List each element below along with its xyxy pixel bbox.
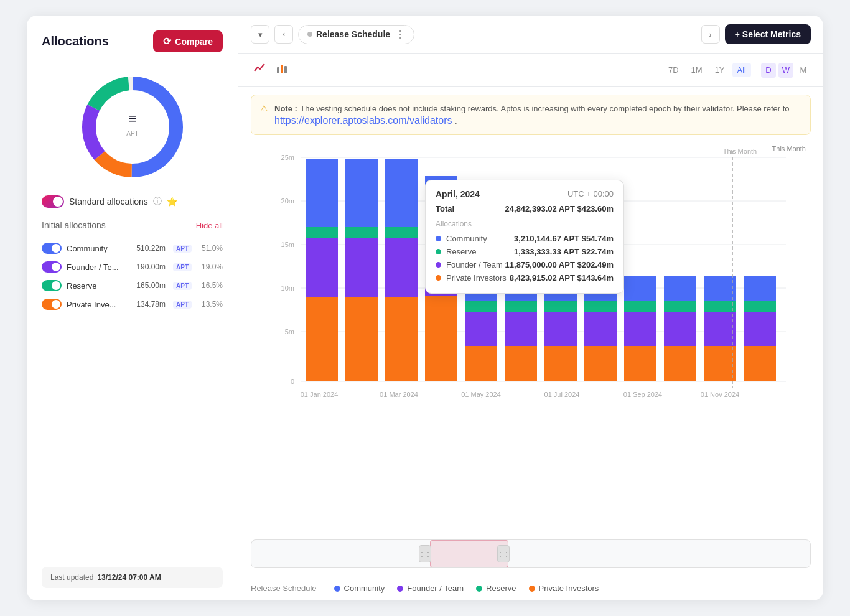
svg-rect-62 bbox=[664, 346, 696, 381]
svg-rect-67 bbox=[744, 276, 776, 301]
tooltip-dot-community bbox=[436, 236, 441, 241]
svg-text:20m: 20m bbox=[281, 197, 294, 205]
note-label: Note : bbox=[274, 104, 297, 113]
mini-handle-right[interactable]: ⋮⋮ bbox=[497, 545, 510, 562]
nav-prev-button[interactable]: ‹ bbox=[274, 25, 293, 44]
private-toggle[interactable] bbox=[42, 299, 62, 310]
release-schedule-label: Release Schedule bbox=[316, 29, 390, 39]
svg-rect-46 bbox=[505, 346, 537, 381]
standard-alloc-label: Standard allocations bbox=[69, 197, 148, 207]
svg-text:This Month: This Month bbox=[723, 147, 757, 155]
left-header: Allocations ⟳ Compare bbox=[42, 30, 223, 52]
svg-rect-41 bbox=[465, 312, 497, 346]
release-schedule-pill[interactable]: Release Schedule ⋮ bbox=[298, 25, 414, 44]
tooltip-tz: UTC + 00:00 bbox=[567, 189, 614, 199]
svg-point-5 bbox=[103, 97, 162, 157]
svg-rect-31 bbox=[385, 159, 418, 227]
svg-rect-44 bbox=[505, 301, 537, 312]
right-panel: ▾ ‹ Release Schedule ⋮ › + Select Metric… bbox=[238, 16, 823, 600]
svg-text:01 Mar 2024: 01 Mar 2024 bbox=[380, 391, 418, 398]
tooltip-row-reserve: Reserve 1,333,333.33 APT $22.74m bbox=[436, 245, 614, 258]
svg-rect-52 bbox=[584, 301, 617, 312]
bar-chart-btn[interactable] bbox=[273, 60, 291, 80]
select-metrics-button[interactable]: + Select Metrics bbox=[725, 24, 811, 44]
last-updated-label: Last updated bbox=[50, 573, 93, 582]
svg-rect-57 bbox=[624, 312, 656, 346]
left-panel: Allocations ⟳ Compare ≡ APT bbox=[27, 16, 238, 600]
period-m[interactable]: M bbox=[796, 63, 811, 78]
alloc-item-community: Community 510.22m APT 51.0% bbox=[42, 239, 223, 258]
reserve-toggle[interactable] bbox=[42, 280, 62, 291]
svg-rect-42 bbox=[465, 346, 497, 381]
tooltip-dot-private bbox=[436, 275, 441, 281]
alloc-item-founder: Founder / Te... 190.00m APT 19.0% bbox=[42, 258, 223, 276]
svg-rect-27 bbox=[345, 159, 378, 227]
time-1m[interactable]: 1M bbox=[686, 63, 708, 77]
time-all[interactable]: All bbox=[732, 63, 751, 77]
legend-dot-community bbox=[334, 586, 340, 592]
svg-text:25m: 25m bbox=[281, 154, 294, 161]
svg-rect-24 bbox=[306, 227, 338, 238]
svg-rect-60 bbox=[664, 301, 696, 312]
period-w[interactable]: W bbox=[778, 63, 793, 78]
legend-item-private: Private Investors bbox=[529, 584, 599, 593]
page-title: Allocations bbox=[42, 34, 109, 49]
time-1y[interactable]: 1Y bbox=[710, 63, 730, 77]
alloc-item-private: Private Inve... 134.78m APT 13.5% bbox=[42, 295, 223, 314]
note-box: ⚠ Note : The vesting schedule does not i… bbox=[251, 95, 811, 135]
nav-next-button[interactable]: › bbox=[701, 25, 720, 44]
legend-dot-reserve bbox=[476, 586, 482, 592]
line-chart-btn[interactable] bbox=[251, 60, 268, 80]
svg-rect-28 bbox=[345, 227, 378, 238]
tooltip-dot-reserve bbox=[436, 249, 441, 254]
tooltip-total-value: 24,842,393.02 APT $423.60m bbox=[505, 204, 614, 213]
svg-rect-10 bbox=[284, 66, 287, 73]
tooltip-row-founder: Founder / Team 11,875,000.00 APT $202.49… bbox=[436, 258, 614, 271]
legend-dot-private bbox=[529, 586, 535, 592]
founder-toggle[interactable] bbox=[42, 261, 62, 273]
svg-text:01 Nov 2024: 01 Nov 2024 bbox=[701, 391, 739, 398]
compare-button[interactable]: ⟳ Compare bbox=[153, 30, 223, 52]
nav-dropdown-button[interactable]: ▾ bbox=[251, 25, 269, 44]
chart-legend: Release Schedule Community Founder / Tea… bbox=[238, 576, 823, 600]
svg-rect-66 bbox=[704, 346, 736, 381]
svg-rect-49 bbox=[544, 312, 577, 346]
last-updated: Last updated 13/12/24 07:00 AM bbox=[42, 554, 223, 588]
svg-rect-38 bbox=[425, 296, 457, 381]
svg-rect-23 bbox=[306, 159, 338, 227]
standard-allocations-row: Standard allocations ⓘ ⭐ bbox=[42, 195, 223, 208]
release-schedule-legend-label: Release Schedule bbox=[251, 584, 317, 593]
svg-rect-59 bbox=[664, 276, 696, 301]
svg-text:APT: APT bbox=[126, 130, 138, 137]
legend-item-reserve: Reserve bbox=[476, 584, 516, 593]
compare-icon: ⟳ bbox=[163, 35, 171, 47]
svg-text:5m: 5m bbox=[285, 328, 294, 335]
svg-text:10m: 10m bbox=[281, 284, 294, 292]
info-icon[interactable]: ⓘ bbox=[153, 196, 162, 207]
hide-all-button[interactable]: Hide all bbox=[196, 221, 223, 230]
svg-text:01 May 2024: 01 May 2024 bbox=[461, 391, 501, 398]
mini-chart-box[interactable]: ⋮⋮ ⋮⋮ bbox=[251, 539, 811, 568]
note-icon: ⚠ bbox=[260, 103, 268, 113]
last-updated-box: Last updated 13/12/24 07:00 AM bbox=[42, 567, 223, 588]
svg-rect-48 bbox=[544, 301, 577, 312]
this-month-label: This Month bbox=[772, 145, 806, 152]
star-icon: ⭐ bbox=[167, 197, 177, 207]
svg-rect-50 bbox=[544, 346, 577, 381]
standard-alloc-toggle[interactable] bbox=[42, 195, 64, 208]
tooltip-date: April, 2024 bbox=[436, 189, 480, 199]
svg-rect-61 bbox=[664, 312, 696, 346]
svg-rect-30 bbox=[345, 297, 378, 381]
mini-handle-left[interactable]: ⋮⋮ bbox=[419, 545, 431, 562]
svg-rect-32 bbox=[385, 227, 418, 238]
period-d[interactable]: D bbox=[761, 63, 776, 78]
svg-rect-64 bbox=[704, 301, 736, 312]
mini-chart-area: ⋮⋮ ⋮⋮ bbox=[238, 534, 823, 576]
tooltip-row-private: Private Investors 8,423,915.02 APT $143.… bbox=[436, 271, 614, 284]
svg-text:01 Jan 2024: 01 Jan 2024 bbox=[301, 391, 339, 398]
time-7d[interactable]: 7D bbox=[663, 63, 684, 77]
note-link[interactable]: https://explorer.aptoslabs.com/validator… bbox=[274, 115, 452, 126]
community-toggle[interactable] bbox=[42, 243, 62, 254]
svg-rect-63 bbox=[704, 276, 736, 301]
svg-rect-40 bbox=[465, 301, 497, 312]
